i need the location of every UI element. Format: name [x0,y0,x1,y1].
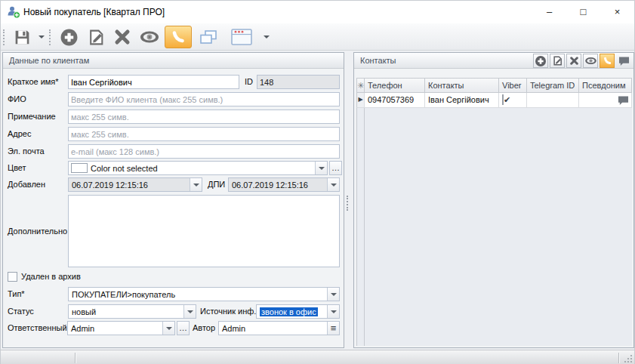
save-button[interactable] [8,26,35,48]
viber-column-header[interactable]: Viber [499,78,527,93]
color-dropdown-button[interactable] [315,162,327,174]
contact-delete-button[interactable] [566,54,581,68]
app-window: Новый покупатель [Квартал ПРО] – □ × [0,0,635,364]
viber-cell[interactable] [499,93,527,108]
view-button[interactable] [136,26,163,48]
add-button[interactable] [56,26,82,48]
source-value: звонок в офис [260,307,318,316]
field-row: Адрес [3,127,344,142]
field-row: Ответственный Admin … Автор Admin ≡ [3,321,344,336]
windows-icon [199,28,218,46]
main-area: Данные по клиентам Краткое имя* ID ФИО П… [1,51,634,350]
client-panel-header: Данные по клиентам [3,53,344,69]
source-dropdown-button[interactable] [327,305,339,318]
telegram-cell[interactable] [527,93,579,108]
contacts-panel-title: Контакты [360,56,396,65]
indicator-column-header[interactable]: ✳ [356,78,365,93]
contact-chat-button[interactable] [616,54,631,68]
extra-textarea[interactable] [68,195,340,267]
address-label: Адрес [8,129,32,138]
color-combo[interactable]: Color not selected [68,161,328,175]
color-swatch [71,163,88,173]
dpi-date-value: 06.07.2019 12:15:16 [229,180,327,190]
archive-checkbox[interactable] [8,272,17,282]
main-toolbar [1,23,634,51]
window-grid-button[interactable] [225,26,258,48]
color-more-button[interactable]: … [329,161,342,175]
delete-button[interactable] [110,26,134,48]
chevron-down-icon [264,35,270,39]
phone-cell[interactable]: 0947057369 [365,93,425,108]
short-name-label: Краткое имя* [8,77,59,86]
type-combo[interactable]: ПОКУПАТЕЛИ>покупатель [68,287,340,301]
telegram-column-header[interactable]: Telegram ID [527,78,579,93]
call-icon [603,56,612,66]
pseudonym-column-header[interactable]: Псевдоним [579,78,632,93]
call-icon [170,29,186,45]
close-button[interactable]: × [600,1,634,23]
short-name-input[interactable] [68,75,239,89]
pseudonym-cell[interactable] [579,93,632,108]
added-dropdown-button[interactable] [190,178,202,191]
added-date-picker[interactable]: 06.07.2019 12:15:16 [68,177,202,192]
maximize-button[interactable]: □ [566,1,600,23]
dpi-date-picker[interactable]: 06.07.2019 12:15:16 [228,177,340,192]
resize-grip-icon[interactable] [622,353,633,363]
chat-icon[interactable] [618,95,629,106]
windows-button[interactable] [195,26,222,48]
row-marker: ▶ [356,93,365,108]
contacts-table: ✳ Телефон Контакты Viber Telegram ID Псе… [356,78,632,108]
contact-view-button[interactable] [583,54,598,68]
field-row: Эл. почта [3,144,344,159]
delete-icon [569,56,579,66]
field-row: Цвет Color not selected … [3,161,344,176]
add-icon [60,28,79,47]
phone-column-header[interactable]: Телефон [365,78,425,93]
contacts-table-header: ✳ Телефон Контакты Viber Telegram ID Псе… [356,78,632,93]
call-button[interactable] [165,26,192,48]
edit-button[interactable] [83,26,109,48]
dpi-label: ДПИ [208,180,225,189]
field-row: Добавлен 06.07.2019 12:15:16 ДПИ 06.07.2… [3,177,344,193]
responsible-label: Ответственный [8,323,67,332]
viber-checkbox[interactable] [502,94,504,105]
statusbar-separator [618,353,619,363]
type-dropdown-button[interactable] [327,288,339,301]
view-icon [139,28,160,46]
added-label: Добавлен [8,180,45,189]
responsible-combo[interactable]: Admin [67,321,175,335]
edit-icon [87,28,106,47]
title-bar: Новый покупатель [Квартал ПРО] – □ × [1,1,634,23]
contact-edit-button[interactable] [550,54,565,68]
fio-input[interactable] [68,92,340,106]
status-value: новый [69,307,183,316]
email-input[interactable] [68,144,340,159]
table-row[interactable]: ▶ 0947057369 Іван Сергійович [356,93,632,108]
address-input[interactable] [68,127,340,141]
toolbar-grip[interactable] [3,29,5,45]
author-menu-button[interactable]: ≡ [327,322,339,335]
client-data-panel: Данные по клиентам Краткое имя* ID ФИО П… [2,52,344,348]
contact-column-header[interactable]: Контакты [425,78,499,93]
contact-add-button[interactable] [533,54,548,68]
status-dropdown-button[interactable] [183,305,196,318]
id-label: ID [245,77,253,86]
save-dropdown-button[interactable] [36,26,46,48]
note-input[interactable] [68,110,340,124]
responsible-more-button[interactable]: … [177,321,190,335]
contact-cell[interactable]: Іван Сергійович [425,93,499,108]
responsible-value: Admin [68,324,162,333]
dpi-dropdown-button[interactable] [327,178,339,191]
status-combo[interactable]: новый [68,304,196,319]
panel-splitter[interactable] [347,196,349,211]
source-combo[interactable]: звонок в офис [256,304,340,319]
toolbar-grip[interactable] [49,29,51,45]
toolbar-overflow-button[interactable] [261,26,272,48]
field-row: Тип* ПОКУПАТЕЛИ>покупатель [3,287,344,302]
responsible-dropdown-button[interactable] [162,322,174,335]
chevron-down-icon [331,293,337,296]
minimize-button[interactable]: – [532,1,566,23]
id-input [257,75,340,89]
table-empty-area [356,108,632,346]
contact-call-button[interactable] [600,54,615,68]
